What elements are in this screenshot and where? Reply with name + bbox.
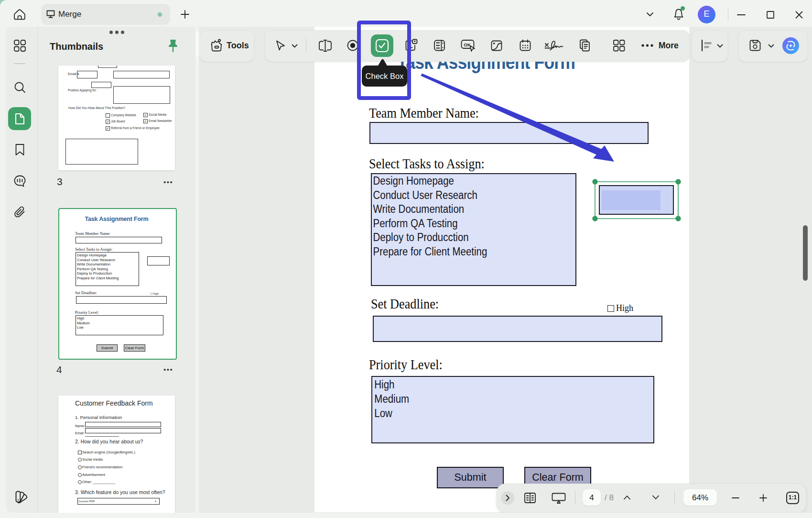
svg-text:OK: OK <box>464 42 471 47</box>
